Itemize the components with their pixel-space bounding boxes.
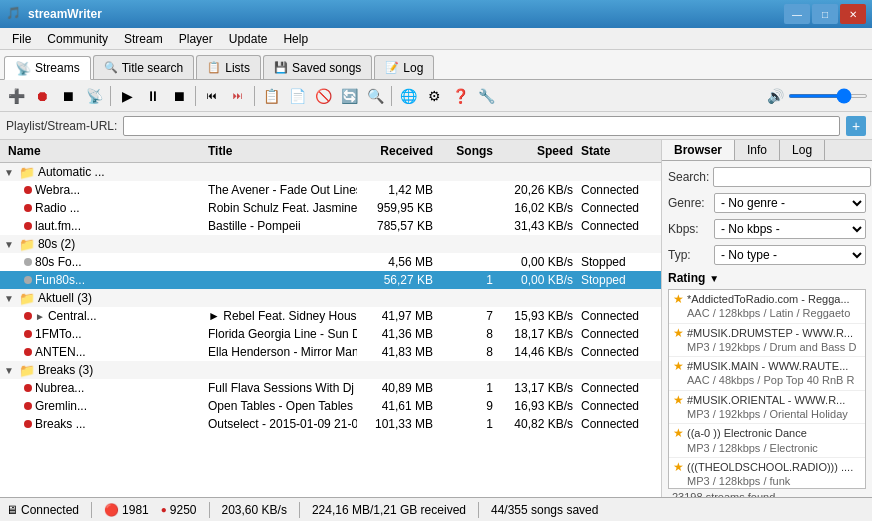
group-breaks[interactable]: ▼ 📁 Breaks (3)	[0, 361, 661, 379]
tab-lists[interactable]: 📋 Lists	[196, 55, 261, 79]
expand-aktuell-icon[interactable]: ▼	[4, 293, 14, 304]
typ-select[interactable]: - No type -	[714, 245, 866, 265]
record-icon: 🔴	[104, 503, 119, 517]
header-name: Name	[4, 142, 204, 160]
menu-help[interactable]: Help	[275, 30, 316, 48]
list-item[interactable]: Webra... The Avener - Fade Out Lines 1,4…	[0, 181, 661, 199]
menu-community[interactable]: Community	[39, 30, 116, 48]
minimize-button[interactable]: —	[784, 4, 810, 24]
rating-item-3[interactable]: ★ #MUSIK.MAIN - WWW.RAUTE... AAC / 48kbp…	[669, 357, 865, 391]
group-breaks-label: Breaks (3)	[38, 363, 93, 377]
item-speed-gremlin: 16,93 KB/s	[497, 399, 577, 413]
item-received-1fm: 41,36 MB	[357, 327, 437, 341]
settings-button[interactable]: ⚙	[422, 84, 446, 108]
right-tab-browser[interactable]: Browser	[662, 140, 735, 160]
tab-log[interactable]: 📝 Log	[374, 55, 434, 79]
list-item-80sfo[interactable]: 80s Fo... 4,56 MB 0,00 KB/s Stopped	[0, 253, 661, 271]
item-state-1fm: Connected	[577, 327, 657, 341]
browser-button[interactable]: 🌐	[396, 84, 420, 108]
item-title-breaks: Outselect - 2015-01-09 21-00 Bk S...	[204, 417, 357, 431]
record-button[interactable]: ⏺	[30, 84, 54, 108]
tab-title-search-label: Title search	[122, 61, 184, 75]
item-state-gremlin: Connected	[577, 399, 657, 413]
help-button[interactable]: ❓	[448, 84, 472, 108]
list-item-breaks[interactable]: Breaks ... Outselect - 2015-01-09 21-00 …	[0, 415, 661, 433]
expand-icon[interactable]: ▼	[4, 167, 14, 178]
window-controls: — □ ✕	[784, 4, 866, 24]
list-item-fun80s[interactable]: Fun80s... 56,27 KB 1 0,00 KB/s Stopped	[0, 271, 661, 289]
menu-stream[interactable]: Stream	[116, 30, 171, 48]
refresh-button[interactable]: 🔄	[337, 84, 361, 108]
stream-button[interactable]: 📡	[82, 84, 106, 108]
streams-found: 23198 streams found	[668, 489, 866, 497]
stop2-button[interactable]: ⏹	[167, 84, 191, 108]
kbps-select[interactable]: - No kbps -	[714, 219, 866, 239]
title-search-tab-icon: 🔍	[104, 61, 118, 74]
list-item[interactable]: Radio ... Robin Schulz Feat. Jasmine Tho…	[0, 199, 661, 217]
menu-file[interactable]: File	[4, 30, 39, 48]
toolbar-sep-2	[195, 86, 196, 106]
right-tab-log[interactable]: Log	[780, 140, 825, 160]
tab-title-search[interactable]: 🔍 Title search	[93, 55, 195, 79]
arrow-icon: ►	[35, 311, 45, 322]
list-item-anten[interactable]: ANTEN... Ella Henderson - Mirror Man 41,…	[0, 343, 661, 361]
search-button[interactable]: 🔍	[363, 84, 387, 108]
list-item[interactable]: laut.fm... Bastille - Pompeii 785,57 KB …	[0, 217, 661, 235]
folder-automatic-icon: 📁	[19, 165, 35, 180]
volume-slider[interactable]	[788, 94, 868, 98]
next-button[interactable]: ⏭	[226, 84, 250, 108]
item-name-breaks: Breaks ...	[35, 417, 86, 431]
tab-saved-songs[interactable]: 💾 Saved songs	[263, 55, 372, 79]
star-icon: ★	[673, 359, 684, 373]
play-button[interactable]: ▶	[115, 84, 139, 108]
item-speed-webra: 20,26 KB/s	[497, 183, 577, 197]
list-item-nubrea[interactable]: Nubrea... Full Flava Sessions With Dj Sl…	[0, 379, 661, 397]
star-icon: ★	[673, 393, 684, 407]
rating-item-2[interactable]: ★ #MUSIK.DRUMSTEP - WWW.R... MP3 / 192kb…	[669, 324, 865, 358]
rating-item-5[interactable]: ★ ((a-0 )) Electronic Dance MP3 / 128kbp…	[669, 424, 865, 458]
list-item-gremlin[interactable]: Gremlin... Open Tables - Open Tables 41,…	[0, 397, 661, 415]
rating-text-5: ((a-0 )) Electronic Dance MP3 / 128kbps …	[687, 426, 818, 455]
pause-button[interactable]: ⏸	[141, 84, 165, 108]
status-dot-gray	[24, 258, 32, 266]
kbps-label: Kbps:	[668, 222, 710, 236]
right-tab-info[interactable]: Info	[735, 140, 780, 160]
close-button[interactable]: ✕	[840, 4, 866, 24]
add-button[interactable]: ➕	[4, 84, 28, 108]
group-80s[interactable]: ▼ 📁 80s (2)	[0, 235, 661, 253]
paste-button[interactable]: 📄	[285, 84, 309, 108]
menu-player[interactable]: Player	[171, 30, 221, 48]
rating-item-6[interactable]: ★ (((THEOLDSCHOOL.RADIO))) .... MP3 / 12…	[669, 458, 865, 489]
menu-update[interactable]: Update	[221, 30, 276, 48]
status-count1: 🔴 1981	[104, 503, 149, 517]
search-input[interactable]	[713, 167, 871, 187]
url-input[interactable]	[123, 116, 840, 136]
app-icon: 🎵	[6, 6, 22, 22]
stop-button[interactable]: ⏹	[56, 84, 80, 108]
genre-select[interactable]: - No genre -	[714, 193, 866, 213]
app-title: streamWriter	[28, 7, 784, 21]
expand-80s-icon[interactable]: ▼	[4, 239, 14, 250]
rating-text-3: #MUSIK.MAIN - WWW.RAUTE... AAC / 48kbps …	[687, 359, 854, 388]
tab-log-label: Log	[403, 61, 423, 75]
url-add-button[interactable]: +	[846, 116, 866, 136]
group-automatic[interactable]: ▼ 📁 Automatic ...	[0, 163, 661, 181]
header-received: Received	[357, 142, 437, 160]
prev-button[interactable]: ⏮	[200, 84, 224, 108]
tab-streams[interactable]: 📡 Streams	[4, 56, 91, 80]
rating-item-1[interactable]: ★ *AddictedToRadio.com - Reggа... AAC / …	[669, 290, 865, 324]
list-item-1fm[interactable]: 1FMTo... Florida Georgia Line - Sun Daze…	[0, 325, 661, 343]
typ-label: Typ:	[668, 248, 710, 262]
rating-list[interactable]: ★ *AddictedToRadio.com - Reggа... AAC / …	[668, 289, 866, 489]
maximize-button[interactable]: □	[812, 4, 838, 24]
copy-button[interactable]: 📋	[259, 84, 283, 108]
group-aktuell[interactable]: ▼ 📁 Aktuell (3)	[0, 289, 661, 307]
rating-item-4[interactable]: ★ #MUSIK.ORIENTAL - WWW.R... MP3 / 192kb…	[669, 391, 865, 425]
item-speed-fun80s: 0,00 KB/s	[497, 273, 577, 287]
list-item-central[interactable]: ► Central... ► Rebel Feat. Sidney Housen…	[0, 307, 661, 325]
status-connected-label: Connected	[21, 503, 79, 517]
item-title-radio: Robin Schulz Feat. Jasmine Thomp...	[204, 201, 357, 215]
delete-button[interactable]: 🚫	[311, 84, 335, 108]
extra-button[interactable]: 🔧	[474, 84, 498, 108]
expand-breaks-icon[interactable]: ▼	[4, 365, 14, 376]
